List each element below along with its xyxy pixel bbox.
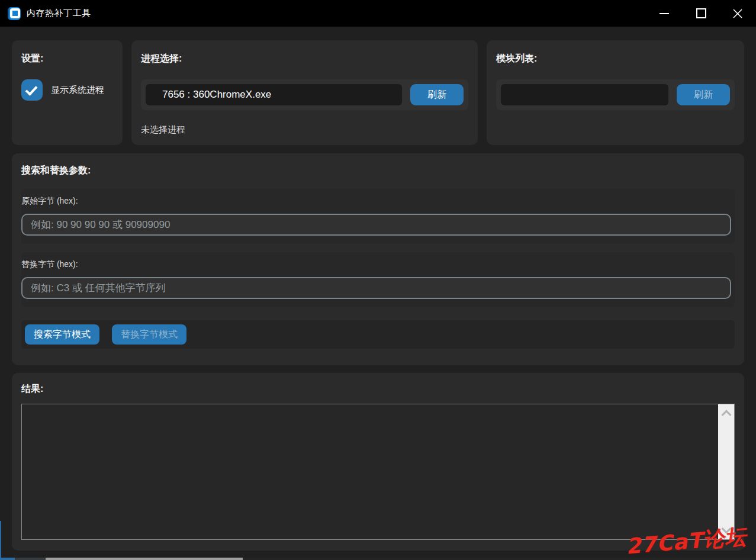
checkmark-icon <box>25 83 37 95</box>
show-system-processes-label[interactable]: 显示系统进程 <box>51 85 104 96</box>
process-panel: 进程选择: 7656 : 360ChromeX.exe 刷新 未选择进程 <box>131 40 478 145</box>
taskbar-segment <box>15 558 46 560</box>
replace-bytes-label: 替换字节 (hex): <box>21 259 731 270</box>
replace-bytes-button[interactable]: 替换字节模式 <box>112 324 186 345</box>
top-row: 设置: 显示系统进程 进程选择: 7656 : 360ChromeX.exe 刷… <box>12 40 744 145</box>
process-refresh-button[interactable]: 刷新 <box>410 84 464 105</box>
original-bytes-label: 原始字节 (hex): <box>21 196 731 207</box>
background-window-edge-left <box>0 521 1 560</box>
process-status-text: 未选择进程 <box>141 124 468 136</box>
module-heading: 模块列表: <box>496 53 735 64</box>
minimize-icon <box>660 13 669 14</box>
show-system-processes-checkbox[interactable] <box>21 79 43 101</box>
original-bytes-input[interactable] <box>21 214 731 236</box>
replace-bytes-group: 替换字节 (hex): <box>21 252 735 307</box>
scroll-up-icon[interactable] <box>721 410 731 420</box>
window-title: 内存热补丁工具 <box>27 8 91 19</box>
process-heading: 进程选择: <box>141 53 468 64</box>
module-panel: 模块列表: 刷新 <box>487 40 744 145</box>
settings-panel: 设置: 显示系统进程 <box>12 40 123 145</box>
window-controls <box>646 0 756 27</box>
original-bytes-group: 原始字节 (hex): <box>21 189 735 244</box>
results-output-text <box>22 404 718 539</box>
taskbar-segment <box>46 558 243 560</box>
main-content: 设置: 显示系统进程 进程选择: 7656 : 360ChromeX.exe 刷… <box>0 27 756 560</box>
results-scrollbar[interactable] <box>718 404 734 539</box>
app-logo-ring <box>10 8 20 18</box>
maximize-button[interactable] <box>683 0 719 27</box>
close-icon <box>732 8 743 19</box>
process-select-row: 7656 : 360ChromeX.exe 刷新 <box>141 79 468 110</box>
mode-buttons-row: 搜索字节模式 替换字节模式 <box>21 320 735 349</box>
minimize-button[interactable] <box>646 0 683 27</box>
search-bytes-button[interactable]: 搜索字节模式 <box>25 324 99 345</box>
close-button[interactable] <box>719 0 756 27</box>
show-system-processes-row: 显示系统进程 <box>21 79 113 101</box>
results-heading: 结果: <box>21 384 735 394</box>
module-refresh-button[interactable]: 刷新 <box>677 84 730 105</box>
patch-params-heading: 搜索和替换参数: <box>21 165 735 176</box>
taskbar-segment <box>243 558 756 560</box>
settings-heading: 设置: <box>21 53 113 64</box>
patch-params-panel: 搜索和替换参数: 原始字节 (hex): 替换字节 (hex): 搜索字节模式 … <box>12 153 744 365</box>
app-logo-icon <box>8 7 21 20</box>
module-select-row: 刷新 <box>496 79 735 110</box>
process-combobox[interactable]: 7656 : 360ChromeX.exe <box>146 84 402 105</box>
taskbar-segment <box>0 558 15 560</box>
replace-bytes-input[interactable] <box>21 277 731 299</box>
titlebar: 内存热补丁工具 <box>0 0 756 27</box>
results-panel: 结果: <box>12 373 744 551</box>
results-output-box[interactable] <box>21 404 735 540</box>
module-combobox[interactable] <box>501 84 668 105</box>
maximize-icon <box>696 8 706 18</box>
